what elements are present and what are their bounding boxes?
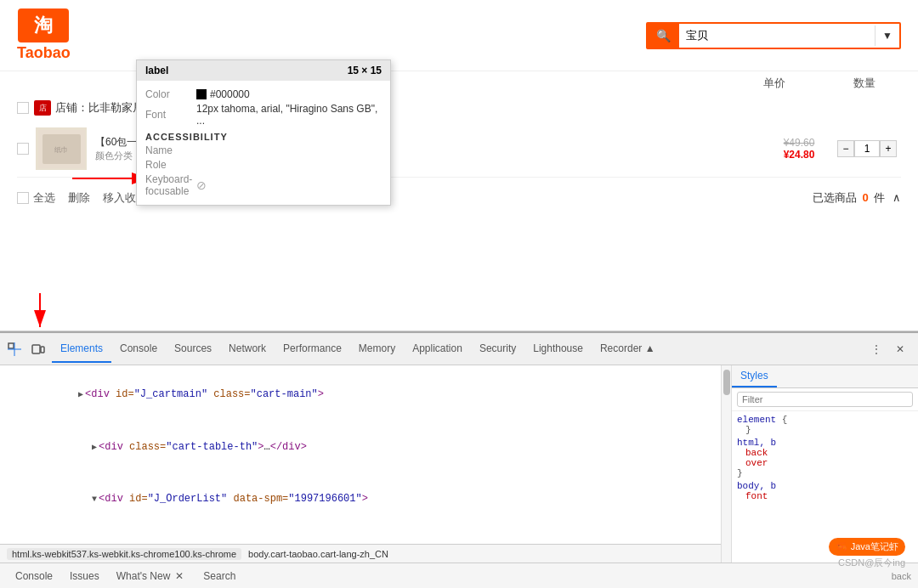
tooltip-font-row: Font 12px tahoma, arial, "Hiragino Sans … bbox=[145, 103, 382, 127]
tooltip-popup: label 15 × 15 Color #000000 Font 12px ta… bbox=[136, 59, 391, 206]
tab-memory[interactable]: Memory bbox=[350, 336, 404, 363]
devtools-code-view[interactable]: ▶<div id="J_cartmain" class="cart-main">… bbox=[0, 365, 721, 544]
style-rule-element: element { } bbox=[737, 415, 913, 435]
code-line-2[interactable]: ▶<div class="cart-table-th">…</div> bbox=[0, 421, 721, 472]
taobao-logo-text: Taobao bbox=[17, 44, 71, 62]
cart-header-labels: 单价 数量 bbox=[763, 76, 876, 91]
item-checkbox[interactable] bbox=[17, 143, 29, 155]
qty-input[interactable] bbox=[854, 140, 880, 157]
device-toggle-button[interactable] bbox=[28, 339, 48, 359]
code-line-4[interactable]: ▼<div id="J_OrderHolder_s_2207407355826_… bbox=[0, 525, 721, 544]
scrollbar-thumb bbox=[723, 370, 730, 395]
bottom-tab-issues[interactable]: Issues bbox=[61, 566, 108, 586]
tooltip-font-value: 12px tahoma, arial, "Hiragino Sans GB", … bbox=[196, 103, 382, 127]
footer-right: 已选商品 0 件 ∧ bbox=[813, 190, 901, 206]
style-back: back bbox=[737, 448, 768, 458]
devtools-content: ▶<div id="J_cartmain" class="cart-main">… bbox=[0, 365, 918, 563]
triangle-icon: ▶ bbox=[78, 390, 83, 399]
price-original: ¥49.60 bbox=[765, 137, 833, 149]
close-devtools-button[interactable]: ✕ bbox=[890, 339, 910, 359]
tab-elements[interactable]: Elements bbox=[52, 336, 111, 363]
qty-decrease-button[interactable]: − bbox=[837, 140, 854, 157]
tooltip-keyboard-label: Keyboard-focusable bbox=[145, 173, 196, 197]
more-tabs-button[interactable]: ⋮ bbox=[866, 339, 887, 359]
code-line-3[interactable]: ▼<div id="J_OrderList" data-spm="1997196… bbox=[0, 472, 721, 524]
tab-network[interactable]: Network bbox=[220, 336, 275, 363]
tooltip-accessibility-title: ACCESSIBILITY bbox=[145, 132, 382, 142]
element-picker-button[interactable] bbox=[4, 339, 25, 359]
item-thumbnail: 纸巾 bbox=[36, 127, 87, 170]
tab-styles[interactable]: Styles bbox=[732, 365, 777, 387]
tooltip-element-name: label bbox=[145, 65, 168, 76]
tooltip-name-label: Name bbox=[145, 144, 196, 156]
tooltip-dimensions: 15 × 15 bbox=[348, 65, 382, 76]
search-icon: 🔍 bbox=[648, 24, 679, 48]
back-label: back bbox=[892, 571, 911, 581]
bottom-tab-console[interactable]: Console bbox=[7, 566, 61, 586]
tab-application[interactable]: Application bbox=[404, 336, 471, 363]
expand-icon[interactable]: ∧ bbox=[892, 191, 901, 204]
devtools-panel: Elements Console Sources Network Perform… bbox=[0, 331, 918, 588]
devtools-scrollbar[interactable] bbox=[721, 365, 731, 563]
red-arrow-2 bbox=[19, 293, 61, 331]
java-badge-icon: 🦐 bbox=[836, 541, 847, 552]
taobao-logo-icon: 淘 bbox=[18, 8, 69, 42]
qty-increase-button[interactable]: + bbox=[880, 140, 897, 157]
selected-count: 0 bbox=[863, 191, 869, 204]
select-all-checkbox[interactable] bbox=[17, 192, 29, 204]
search-dropdown[interactable]: ▼ bbox=[875, 25, 899, 46]
styles-filter-input[interactable] bbox=[737, 392, 913, 407]
price-discounted: ¥24.80 bbox=[765, 149, 833, 161]
csdn-text: CSDN@辰今ing bbox=[838, 557, 905, 568]
shop-icon: 店 bbox=[34, 100, 51, 116]
search-input[interactable] bbox=[679, 25, 875, 46]
sidebar-tabs: Styles bbox=[732, 365, 918, 388]
devtools-status-bar: html.ks-webkit537.ks-webkit.ks-chrome100… bbox=[0, 544, 721, 563]
bottom-tab-whats-new[interactable]: What's New ✕ bbox=[108, 566, 196, 586]
svg-rect-10 bbox=[32, 345, 40, 353]
tab-sources[interactable]: Sources bbox=[166, 336, 220, 363]
tooltip-body: Color #000000 Font 12px tahoma, arial, "… bbox=[137, 81, 390, 205]
tab-lighthouse[interactable]: Lighthouse bbox=[524, 336, 592, 363]
tooltip-role-label: Role bbox=[145, 159, 196, 171]
devtools-styles-panel: Styles element { } html, b back over } b… bbox=[731, 365, 918, 563]
select-all-label[interactable]: 全选 bbox=[33, 190, 55, 206]
unit-price-header: 单价 bbox=[763, 76, 785, 91]
triangle-icon: ▼ bbox=[92, 495, 97, 504]
svg-text:纸巾: 纸巾 bbox=[54, 146, 68, 154]
quantity-header: 数量 bbox=[853, 76, 876, 91]
style-over: over bbox=[737, 458, 768, 468]
csdn-watermark: CSDN@辰今ing bbox=[838, 557, 905, 569]
style-font: font bbox=[737, 491, 768, 501]
item-price: ¥49.60 ¥24.80 bbox=[765, 137, 833, 161]
java-badge: 🦐 Java笔记虾 bbox=[829, 538, 905, 556]
tab-recorder[interactable]: Recorder ▲ bbox=[592, 336, 664, 363]
code-line-1[interactable]: ▶<div id="J_cartmain" class="cart-main"> bbox=[0, 369, 721, 421]
sidebar-filter-area bbox=[732, 388, 918, 411]
tooltip-font-label: Font bbox=[145, 109, 196, 121]
shop-checkbox[interactable] bbox=[17, 102, 29, 114]
bottom-tab-search[interactable]: Search bbox=[195, 566, 244, 586]
triangle-icon: ▶ bbox=[92, 443, 97, 452]
selected-unit: 件 bbox=[874, 191, 885, 204]
body-path: body.cart-taobao.cart-lang-zh_CN bbox=[248, 549, 388, 559]
tooltip-role-row: Role bbox=[145, 159, 382, 171]
style-rule-html: html, b back over } bbox=[737, 438, 913, 478]
tooltip-header: label 15 × 15 bbox=[137, 60, 390, 81]
search-bar[interactable]: 🔍 ▼ bbox=[646, 22, 901, 49]
selected-info-label: 已选商品 bbox=[813, 191, 857, 204]
color-swatch bbox=[196, 89, 207, 99]
page-area: 淘 Taobao 🔍 ▼ label 15 × 15 Color #000000… bbox=[0, 0, 918, 331]
tab-console[interactable]: Console bbox=[111, 336, 166, 363]
tooltip-keyboard-row: Keyboard-focusable ⊘ bbox=[145, 173, 382, 197]
tooltip-color-value: #000000 bbox=[210, 88, 250, 100]
svg-rect-11 bbox=[41, 347, 44, 353]
java-badge-text: Java笔记虾 bbox=[851, 540, 898, 553]
tab-security[interactable]: Security bbox=[471, 336, 524, 363]
html-path: html.ks-webkit537.ks-webkit.ks-chrome100… bbox=[7, 548, 241, 560]
tooltip-keyboard-icon: ⊘ bbox=[196, 178, 207, 192]
tab-performance[interactable]: Performance bbox=[275, 336, 350, 363]
style-rule-body: body, b font bbox=[737, 481, 913, 501]
whats-new-close-button[interactable]: ✕ bbox=[173, 570, 186, 582]
devtools-main-panel: ▶<div id="J_cartmain" class="cart-main">… bbox=[0, 365, 721, 563]
